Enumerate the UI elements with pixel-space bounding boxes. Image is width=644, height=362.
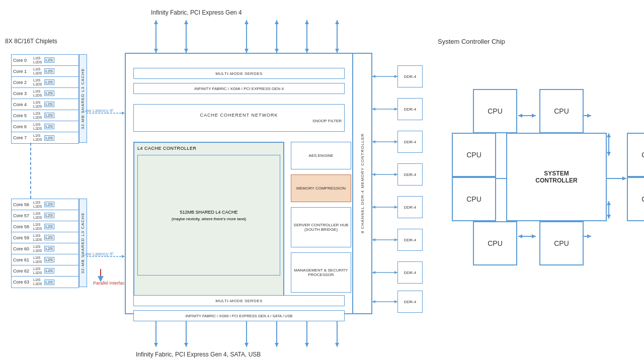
l2-label: L2S — [44, 257, 54, 262]
core-56-label: Core 56 — [13, 202, 32, 207]
l4-cache-label-line2: (maybe nextcity, where there's more land… — [172, 217, 246, 221]
core-62-label: Core 62 — [13, 268, 32, 274]
cpu-mid-right-2: CPU — [627, 177, 644, 221]
core-row: Core 5 L1ISL1DS L2S — [12, 110, 78, 121]
ddr-block-4: DDR-4 — [397, 196, 423, 218]
system-controller-chip-label: System Controller Chip — [438, 38, 505, 45]
cpu-mid-right: CPU — [627, 133, 644, 177]
core-row: Core 57 L1ISL1DS L2S — [12, 210, 78, 221]
ddr-block-2: DDR-4 — [397, 131, 423, 153]
core-row: Core 58 L1ISL1DS L2S — [12, 221, 78, 232]
core-row: Core 63 L1ISL1DS L2S — [12, 277, 78, 288]
l4-ctrl-label: L4 CACHE CONTROLLER — [137, 146, 197, 151]
core-60-label: Core 60 — [13, 246, 32, 251]
core-0-label: Core 0 — [13, 58, 32, 63]
aes-box: AES ENGINE — [291, 142, 351, 169]
dotted-line — [30, 143, 31, 199]
core-59-label: Core 59 — [13, 235, 32, 240]
core-2-label: Core 2 — [13, 80, 32, 85]
core-row: Core 60 L1ISL1DS L2S — [12, 243, 78, 254]
l4-ctrl-box: L4 CACHE CONTROLLER 512MB SHARED L4 CACH… — [133, 142, 284, 303]
core-row: Core 59 L1ISL1DS L2S — [12, 232, 78, 243]
fabric-top-box: INFINITY FABRIC / XGMI / PCI EXPRESS GEN… — [133, 83, 345, 94]
l2-label: L2S — [44, 102, 54, 107]
l2-label: L2S — [44, 57, 54, 63]
core-58-label: Core 58 — [13, 224, 32, 229]
diagram: Infinity Fabric, PCI Express Gen 4 Infin… — [0, 0, 644, 362]
core-row: Core 4 L1ISL1DS L2S — [12, 99, 78, 110]
cpu-bottom-right: CPU — [539, 221, 584, 265]
l2-label: L2S — [44, 213, 54, 218]
chiplets-title: 8X 8C/16T Chiplets — [5, 38, 57, 45]
system-controller-center: SYSTEMCONTROLLER — [506, 133, 607, 221]
l2-label: L2S — [44, 246, 54, 251]
l2-label: L2S — [44, 68, 54, 74]
core-row: Core 62 L1ISL1DS L2S — [12, 265, 78, 277]
core-row: Core 1 L1ISL1DS L2S — [12, 66, 78, 77]
cpu-bottom-left: CPU — [473, 221, 517, 265]
l3-cache-1-label: 32-MB SHARED L3 CACHE — [79, 54, 87, 143]
core-row: Core 6 L1ISL1DS L2S — [12, 121, 78, 132]
serdes-bottom-box: MULTI-MODE SERDES — [133, 295, 345, 306]
ddr-block-7: DDR-4 — [397, 291, 423, 313]
core-row: Core 3 L1ISL1DS L2S — [12, 88, 78, 99]
mgmt-box: MANAGEMENT & SECURITY PROCESSOR — [291, 252, 351, 293]
l2-label: L2S — [44, 224, 54, 229]
l4-cache-label-line1: 512MB SHARED L4 CACHE — [180, 210, 237, 215]
server-hub-box: SERVER CONTROLLER HUB (SOUTH BRIDGE) — [291, 207, 351, 247]
mem-ctrl-text: 8 CHANNEL DDR-4 MEMORY CONTROLLER — [360, 133, 365, 233]
l2-label: L2S — [44, 90, 54, 96]
core-63-label: Core 63 — [13, 280, 32, 285]
core-row: Core 2 L1ISL1DS L2S — [12, 77, 78, 88]
ddr-block-0: DDR-4 — [397, 65, 423, 87]
ddr-block-5: DDR-4 — [397, 229, 423, 251]
ddr-block-6: DDR-4 — [397, 261, 423, 284]
core-57-label: Core 57 — [13, 213, 32, 218]
ccn-label: CACHE COHERENT NETWORK — [200, 113, 278, 118]
core-3-label: Core 3 — [13, 91, 32, 96]
low-latency-if-1: Low Latency IF — [83, 108, 114, 113]
l2-label: L2S — [44, 79, 54, 85]
core-5-label: Core 5 — [13, 113, 32, 118]
bottom-label: Infinity Fabric, PCI Express Gen 4, SATA… — [136, 351, 261, 358]
ccn-box: CACHE COHERENT NETWORK SNOOP FILTER — [133, 104, 345, 132]
core-row: Core 7 L1ISL1DS L2S — [12, 132, 78, 143]
core-61-label: Core 61 — [13, 257, 32, 262]
core-7-label: Core 7 — [13, 135, 32, 140]
ddr-block-1: DDR-4 — [397, 98, 423, 120]
core-row: Core 0 L1ISL1DS L2S — [12, 55, 78, 66]
l4-cache-box: 512MB SHARED L4 CACHE (maybe nextcity, w… — [137, 155, 280, 276]
ddr-block-3: DDR-4 — [397, 163, 423, 186]
l2-label: L2S — [44, 135, 54, 141]
mem-compress-box: MEMORY COMPRESSION — [291, 174, 351, 202]
cpu-top-left: CPU — [473, 89, 517, 133]
l2-label: L2S — [44, 202, 54, 207]
fabric-bottom-box: INFINITY FABRIC / XGMI / PCI EXPRESS GEN… — [133, 310, 345, 321]
l2-label: L2S — [44, 124, 54, 129]
snoop-filter-label: SNOOP FILTER — [312, 119, 342, 123]
core-6-label: Core 6 — [13, 124, 32, 129]
low-latency-if-2: Low Latency IF — [83, 251, 114, 256]
l2-label: L2S — [44, 235, 54, 240]
core-row: Core 56 L1ISL1DS L2S — [12, 199, 78, 210]
cpu-mid-left-2: CPU — [452, 177, 496, 221]
l2-label: L2S — [44, 280, 54, 285]
chiplet-1: Core 0 L1ISL1DS L2S Core 1 L1ISL1DS L2S … — [11, 54, 79, 144]
chiplet-2: Core 56 L1ISL1DS L2S Core 57 L1ISL1DS L2… — [11, 199, 79, 288]
cpu-mid-left: CPU — [452, 133, 496, 177]
serdes-top-box: MULTI-MODE SERDES — [133, 68, 345, 79]
parallel-if-label: Parallel Interface? — [93, 281, 130, 286]
l2-label: L2S — [44, 113, 54, 118]
core-row: Core 61 L1ISL1DS L2S — [12, 254, 78, 265]
soc-box: MULTI-MODE SERDES INFINITY FABRIC / XGMI… — [125, 53, 371, 314]
l2-label: L2S — [44, 268, 54, 274]
cpu-top-right: CPU — [539, 89, 584, 133]
core-4-label: Core 4 — [13, 102, 32, 107]
l3-cache-2-label: 32-MB SHARED L3 CACHE — [79, 199, 87, 287]
mem-ctrl-box: 8 CHANNEL DDR-4 MEMORY CONTROLLER — [352, 53, 372, 314]
core-1-label: Core 1 — [13, 69, 32, 74]
top-label: Infinity Fabric, PCI Express Gen 4 — [151, 9, 242, 16]
